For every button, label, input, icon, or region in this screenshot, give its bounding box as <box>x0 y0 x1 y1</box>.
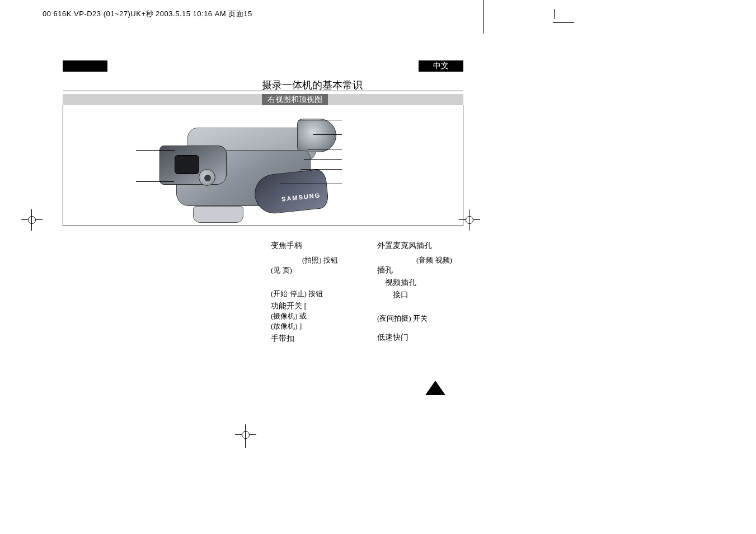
label-photo-btn-a: (拍照) 按钮 <box>302 255 338 265</box>
language-badge: 中文 <box>419 60 463 72</box>
page-title: 摄录一体机的基本常识 <box>262 78 363 92</box>
print-header: 00 616K VP-D23 (01~27)UK+秒 2003.5.15 10:… <box>43 9 252 19</box>
camcorder-illustration: SAMSUNG <box>165 111 333 217</box>
header-filenote-cjk: 秒 <box>146 10 154 18</box>
header-filenote: 00 616K VP-D23 (01~27)UK+ <box>43 10 146 18</box>
header-pagelabel-num: 15 <box>243 10 252 18</box>
subtitle-text: 右视图和顶视图 <box>262 94 328 105</box>
label-func-switch-c: (放像机) ] <box>271 321 302 331</box>
subtitle-bar: 右视图和顶视图 <box>63 94 463 105</box>
label-func-switch-a: 功能开关 [ <box>271 301 307 311</box>
label-video-jack: 视频插孔 <box>385 278 416 288</box>
label-handstrap: 手带扣 <box>271 334 294 344</box>
crop-mark-bottom <box>245 425 246 448</box>
label-night-cap: (夜间拍摄) 开关 <box>377 313 428 324</box>
registration-mark-bottom <box>238 428 253 442</box>
registration-mark-right <box>462 213 477 227</box>
registration-mark-left <box>25 213 39 227</box>
label-av-b: 插孔 <box>377 265 393 275</box>
nav-arrow-icon <box>425 381 445 395</box>
title-rule <box>63 91 463 91</box>
label-interface: 接口 <box>393 290 408 300</box>
label-photo-btn-b: (见 页) <box>271 265 292 275</box>
label-slow-shutter: 低速快门 <box>377 332 408 343</box>
label-av-a: (音频 视频) <box>416 255 452 265</box>
label-func-switch-b: (摄像机) 或 <box>271 311 307 321</box>
header-pagelabel: 页面 <box>228 10 243 18</box>
label-zoom-lever: 变焦手柄 <box>271 241 302 251</box>
figure-frame: SAMSUNG <box>63 105 463 226</box>
label-ext-mic: 外置麦克风插孔 <box>377 241 432 251</box>
crop-mark-top <box>483 0 484 34</box>
header-timestamp: 2003.5.15 10:16 AM <box>153 10 228 18</box>
label-startstop-btn: (开始 停止) 按钮 <box>271 289 323 299</box>
left-black-bar <box>63 60 107 72</box>
